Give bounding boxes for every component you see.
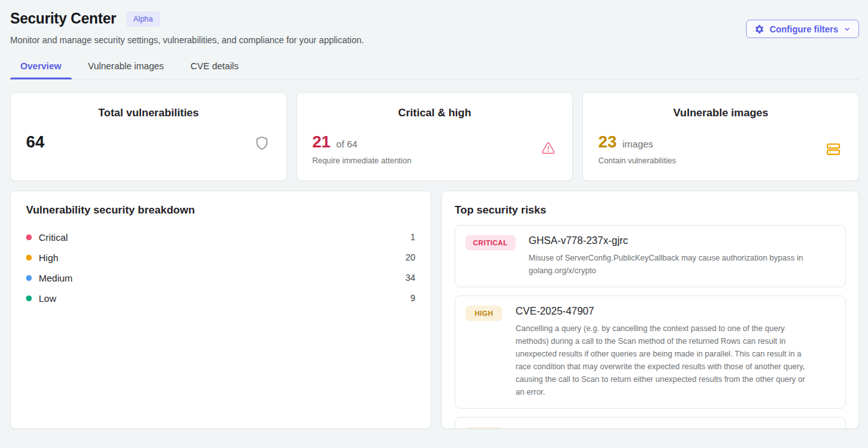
summary-cards: Total vulnerabilities 64 Critical & high… bbox=[10, 92, 859, 181]
card-title: Total vulnerabilities bbox=[11, 93, 286, 119]
breakdown-row-low: Low 9 bbox=[26, 288, 415, 308]
severity-badge: HIGH bbox=[465, 306, 502, 321]
vulnerability-breakdown-panel: Vulnerability security breakdown Critica… bbox=[10, 191, 431, 429]
risk-item-cve-2025-9086[interactable]: HIGH CVE-2025-9086 bbox=[455, 417, 846, 429]
alpha-badge: Alpha bbox=[126, 11, 160, 27]
breakdown-row-critical: Critical 1 bbox=[26, 227, 415, 247]
critical-high-value: 21 bbox=[312, 132, 331, 152]
tab-vulnerable-images[interactable]: Vulnerable images bbox=[78, 55, 175, 79]
risk-description: Cancelling a query (e.g. by cancelling t… bbox=[516, 322, 815, 398]
page-header: Security Center Alpha bbox=[10, 10, 859, 27]
security-center-page: Security Center Alpha Configure filters … bbox=[0, 0, 868, 448]
vulnerable-images-unit: images bbox=[622, 139, 653, 149]
gear-icon bbox=[754, 24, 765, 34]
tab-bar: Overview Vulnerable images CVE details bbox=[10, 55, 859, 79]
medium-dot-icon bbox=[26, 275, 32, 281]
total-vulnerabilities-value: 64 bbox=[26, 132, 44, 152]
vulnerable-images-value: 23 bbox=[598, 132, 617, 152]
warning-icon bbox=[541, 141, 556, 158]
critical-high-card: Critical & high 21 of 64 Require immedia… bbox=[297, 92, 573, 181]
critical-dot-icon bbox=[26, 234, 32, 240]
page-subtitle: Monitor and manage security settings, vu… bbox=[10, 35, 859, 45]
vulnerable-images-subtext: Contain vulnerabilities bbox=[598, 156, 676, 165]
risk-content: CVE-2025-9086 bbox=[516, 427, 589, 429]
critical-high-unit: of 64 bbox=[337, 139, 357, 149]
card-title: Critical & high bbox=[297, 93, 573, 119]
critical-high-subtext: Require immediate attention bbox=[312, 156, 411, 165]
configure-filters-label: Configure filters bbox=[770, 24, 838, 34]
risk-item-ghsa-v778-237x-gjrc[interactable]: CRITICAL GHSA-v778-237x-gjrc Misuse of S… bbox=[455, 225, 846, 287]
breakdown-row-high: High 20 bbox=[26, 247, 415, 268]
breakdown-row-medium: Medium 34 bbox=[26, 268, 415, 288]
detail-panels: Vulnerability security breakdown Critica… bbox=[10, 191, 859, 429]
risk-description: Misuse of ServerConfig.PublicKeyCallback… bbox=[529, 252, 829, 277]
top-security-risks-panel: Top security risks CRITICAL GHSA-v778-23… bbox=[441, 191, 859, 429]
breakdown-rows: Critical 1 High 20 Medium 34 Low 9 bbox=[26, 227, 415, 308]
total-vulnerabilities-card: Total vulnerabilities 64 bbox=[10, 92, 287, 181]
tab-cve-details[interactable]: CVE details bbox=[180, 55, 249, 79]
risk-id: CVE-2025-9086 bbox=[516, 427, 589, 429]
risk-item-cve-2025-47907[interactable]: HIGH CVE-2025-47907 Cancelling a query (… bbox=[455, 295, 846, 409]
top-risks-title: Top security risks bbox=[455, 204, 846, 217]
tab-overview[interactable]: Overview bbox=[10, 55, 72, 79]
breakdown-title: Vulnerability security breakdown bbox=[26, 204, 415, 217]
shield-icon bbox=[254, 135, 270, 154]
high-dot-icon bbox=[26, 255, 32, 261]
card-title: Vulnerable images bbox=[583, 93, 858, 119]
page-title: Security Center bbox=[10, 10, 116, 27]
server-icon bbox=[825, 141, 842, 160]
vulnerable-images-card: Vulnerable images 23 images Contain vuln… bbox=[582, 92, 859, 181]
risk-content: CVE-2025-47907 Cancelling a query (e.g. … bbox=[516, 306, 815, 398]
risk-content: GHSA-v778-237x-gjrc Misuse of ServerConf… bbox=[529, 235, 829, 277]
severity-badge: HIGH bbox=[465, 427, 502, 429]
low-dot-icon bbox=[26, 295, 32, 301]
severity-badge: CRITICAL bbox=[465, 235, 516, 250]
risk-id: GHSA-v778-237x-gjrc bbox=[529, 235, 829, 247]
configure-filters-button[interactable]: Configure filters bbox=[746, 20, 859, 38]
chevron-down-icon bbox=[843, 25, 851, 33]
risk-id: CVE-2025-47907 bbox=[516, 306, 815, 317]
